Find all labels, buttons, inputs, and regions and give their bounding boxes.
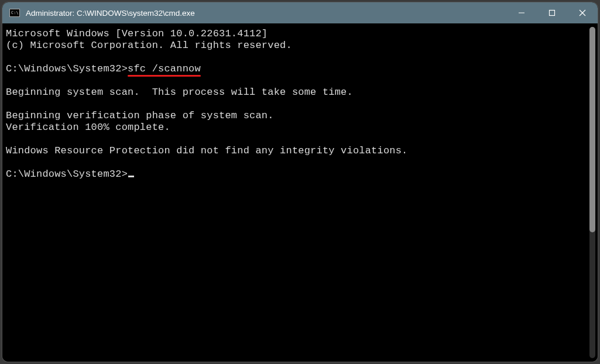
output-line: (c) Microsoft Corporation. All rights re… (6, 40, 292, 51)
text-cursor (128, 176, 134, 177)
scrollbar[interactable] (589, 27, 595, 358)
prompt-path: C:\Windows\System32> (6, 169, 128, 180)
scrollbar-thumb[interactable] (589, 27, 595, 232)
minimize-button[interactable] (506, 2, 537, 23)
prompt-path: C:\Windows\System32> (6, 63, 128, 74)
cmd-window: C:\ Administrator: C:\WINDOWS\system32\c… (2, 2, 598, 362)
output-line: Beginning system scan. This process will… (6, 87, 353, 98)
output-line: Windows Resource Protection did not find… (6, 145, 408, 156)
output-line: Beginning verification phase of system s… (6, 110, 274, 121)
titlebar[interactable]: C:\ Administrator: C:\WINDOWS\system32\c… (2, 2, 598, 23)
output-line: Verification 100% complete. (6, 122, 170, 133)
maximize-icon (548, 9, 556, 16)
close-icon (579, 9, 586, 16)
output-line: Microsoft Windows [Version 10.0.22631.41… (6, 28, 268, 39)
maximize-button[interactable] (537, 2, 567, 23)
window-title: Administrator: C:\WINDOWS\system32\cmd.e… (26, 9, 195, 18)
cmd-app-icon: C:\ (9, 9, 20, 17)
close-button[interactable] (567, 2, 598, 23)
terminal-area[interactable]: Microsoft Windows [Version 10.0.22631.41… (2, 23, 598, 362)
minimize-icon (518, 9, 525, 16)
entered-command: sfc /scannow (128, 63, 201, 75)
svg-rect-1 (550, 11, 555, 16)
